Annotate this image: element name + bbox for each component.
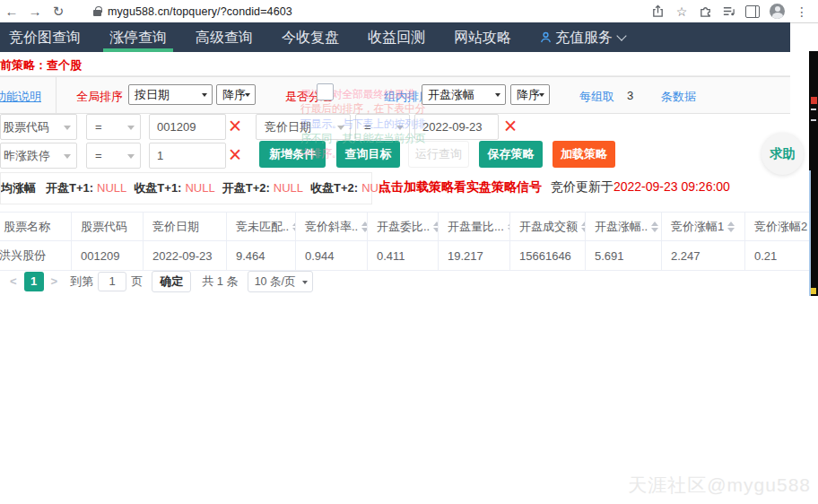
global-sort-dir-select[interactable]: 降序 — [216, 84, 256, 105]
cell-open-ratio: 0.411 — [368, 241, 439, 270]
condition-op-select-3[interactable]: = — [86, 143, 141, 169]
sort-icon[interactable] — [361, 222, 368, 232]
header-open-turnover[interactable]: 开盘成交额 — [510, 213, 586, 240]
avg-change-label: 平均涨幅 — [1, 180, 39, 196]
header-bid-slope[interactable]: 竞价斜率.. — [296, 213, 368, 240]
delete-condition-icon-2[interactable]: × — [501, 114, 519, 140]
lock-icon[interactable] — [93, 6, 101, 16]
cell-unmatched: 9.464 — [227, 241, 296, 270]
condition-field-select-stock-code[interactable]: 股票代码 — [0, 114, 77, 140]
reload-icon[interactable]: ↻ — [47, 4, 70, 20]
table-header-row: 股票名称 股票代码 竞价日期 竞未匹配.. 竞价斜率.. 开盘委比.. 开盘量比… — [0, 213, 809, 241]
current-strategy-bar: 当前策略：查个股 — [0, 52, 790, 76]
nav-item-recharge[interactable]: 充值服务 — [534, 22, 631, 52]
nav-item-return-backtest[interactable]: 收益回测 — [361, 22, 431, 52]
condition-value-input-bid-date[interactable] — [414, 114, 499, 140]
prev-page-icon[interactable]: < — [4, 274, 22, 288]
header-stock-name: 股票名称 — [0, 213, 72, 240]
function-help-link[interactable]: 功能说明 — [0, 89, 41, 105]
filter-toolbar: 功能说明 全局排序 按日期 降序 是否分组 组内排序 开盘涨幅 降序 每组取 3… — [0, 76, 790, 114]
global-sort-field-select[interactable]: 按日期 — [128, 84, 213, 105]
extensions-icon[interactable] — [699, 4, 712, 18]
condition-value-input-stock-code[interactable] — [149, 114, 226, 140]
header-bid-change-1[interactable]: 竞价涨幅1 — [662, 213, 745, 240]
menu-icon[interactable]: ⋮ — [795, 4, 809, 19]
nav-item-today-review[interactable]: 今收复盘 — [275, 22, 345, 52]
sort-icon[interactable] — [727, 222, 735, 232]
condition-value-input-prev-limit[interactable] — [149, 143, 226, 169]
query-target-button[interactable]: 查询目标 — [336, 141, 400, 168]
site-nav: 竞价图查询 涨停查询 高级查询 今收复盘 收益回测 网站攻略 充值服务 — [0, 22, 790, 52]
header-open-ratio[interactable]: 开盘委比.. — [368, 213, 439, 240]
header-open-volume-ratio[interactable]: 开盘量比... — [439, 213, 510, 240]
condition-op-select-1[interactable]: = — [86, 114, 141, 140]
condition-op-select-2[interactable]: = — [355, 114, 410, 140]
total-count-label: 共 1 条 — [202, 274, 238, 290]
goto-page-input[interactable] — [98, 272, 126, 291]
nav-item-limit-query[interactable]: 涨停查询 — [103, 22, 173, 52]
results-table: 股票名称 股票代码 竞价日期 竞未匹配.. 竞价斜率.. 开盘委比.. 开盘量比… — [0, 212, 809, 271]
page-unit-label: 页 — [131, 274, 143, 290]
chevron-down-icon — [616, 30, 626, 40]
person-icon — [540, 31, 552, 43]
sliver-blue-line — [809, 170, 811, 296]
nav-item-advanced-query[interactable]: 高级查询 — [189, 22, 259, 52]
cell-bid-change-2: 0.21 — [745, 241, 809, 270]
status-close-t1: 收盘T+1:NULL — [134, 180, 214, 196]
header-unmatched[interactable]: 竞未匹配.. — [227, 213, 296, 240]
page-size-select[interactable]: 10 条/页 — [248, 271, 313, 292]
condition-field-select-bid-date[interactable]: 竞价日期 — [256, 114, 351, 140]
page-number-button[interactable]: 1 — [24, 272, 44, 291]
sliver-mark — [811, 109, 816, 110]
inner-sort-field-select[interactable]: 开盘涨幅 — [422, 84, 506, 105]
screen: ← → ↻ mygu588.cn/topquery/?condid=4603 ☆… — [0, 0, 818, 504]
nav-item-site-guide[interactable]: 网站攻略 — [448, 22, 518, 52]
cell-bid-slope: 0.944 — [296, 241, 368, 270]
media-controls-icon[interactable] — [722, 4, 735, 18]
save-strategy-button[interactable]: 保存策略 — [479, 141, 543, 168]
updated-label: 竞价更新于 — [551, 179, 614, 194]
inner-sort-dir-select[interactable]: 降序 — [510, 84, 550, 105]
run-query-button[interactable]: 运行查询 — [408, 141, 469, 168]
table-row[interactable]: 洪兴股份 001209 2022-09-23 9.464 0.944 0.411… — [0, 241, 809, 271]
back-icon[interactable]: ← — [0, 4, 23, 19]
load-strategy-hint[interactable]: 点击加载策略看实盘策略信号 — [379, 179, 542, 194]
add-condition-button[interactable]: 新增条件 — [259, 141, 326, 168]
status-open-t2: 开盘T+2:NULL — [222, 180, 303, 196]
per-group-value[interactable]: 3 — [627, 89, 633, 102]
current-strategy-text: 当前策略：查个股 — [0, 52, 82, 74]
cell-stock-code: 001209 — [72, 241, 144, 270]
signal-hint-line: 点击加载策略看实盘策略信号 竞价更新于2022-09-23 09:26:00 — [379, 179, 730, 196]
next-page-icon[interactable]: > — [46, 274, 64, 288]
site-watermark: 天涯社区@mygu588 — [628, 473, 811, 498]
profile-avatar[interactable] — [770, 4, 785, 19]
side-panel-icon[interactable] — [745, 5, 760, 18]
help-fab-button[interactable]: 求助 — [761, 133, 804, 175]
sliver-red-speck — [811, 97, 817, 104]
header-bid-change-2: 竞价涨幅2 — [745, 213, 809, 240]
sort-icon[interactable] — [651, 222, 658, 232]
condition-field-select-prev-limit[interactable]: 昨涨跌停 — [0, 143, 77, 169]
bookmark-star-icon[interactable]: ☆ — [674, 4, 689, 19]
cell-bid-date: 2022-09-23 — [144, 241, 227, 270]
forward-icon[interactable]: → — [23, 4, 47, 19]
goto-page-label: 到第 — [70, 274, 93, 290]
group-checkbox[interactable] — [317, 83, 334, 100]
delete-condition-icon-3[interactable]: × — [226, 143, 244, 169]
delete-condition-icon-1[interactable]: × — [226, 114, 244, 140]
pagination: < 1 > 到第 页 确定 共 1 条 10 条/页 — [0, 269, 313, 293]
header-bid-date: 竞价日期 — [144, 213, 227, 240]
per-group-suffix: 条数据 — [661, 89, 696, 105]
share-icon[interactable] — [651, 4, 665, 18]
header-open-change[interactable]: 开盘涨幅.. — [586, 213, 662, 240]
confirm-page-button[interactable]: 确定 — [152, 271, 191, 292]
status-open-t1: 开盘T+1:NULL — [46, 180, 126, 196]
global-sort-label: 全局排序 — [76, 89, 123, 105]
nav-item-bidding-chart[interactable]: 竞价图查询 — [3, 22, 87, 52]
url-bar[interactable]: mygu588.cn/topquery/?condid=4603 — [108, 5, 292, 18]
sliver-mark — [811, 119, 816, 121]
load-strategy-button[interactable]: 加载策略 — [553, 141, 615, 168]
t-plus-status-box: 平均涨幅 开盘T+1:NULL 收盘T+1:NULL 开盘T+2:NULL 收盘… — [0, 172, 372, 204]
per-group-label: 每组取 — [579, 89, 614, 105]
cell-bid-change-1: 2.247 — [662, 241, 745, 270]
